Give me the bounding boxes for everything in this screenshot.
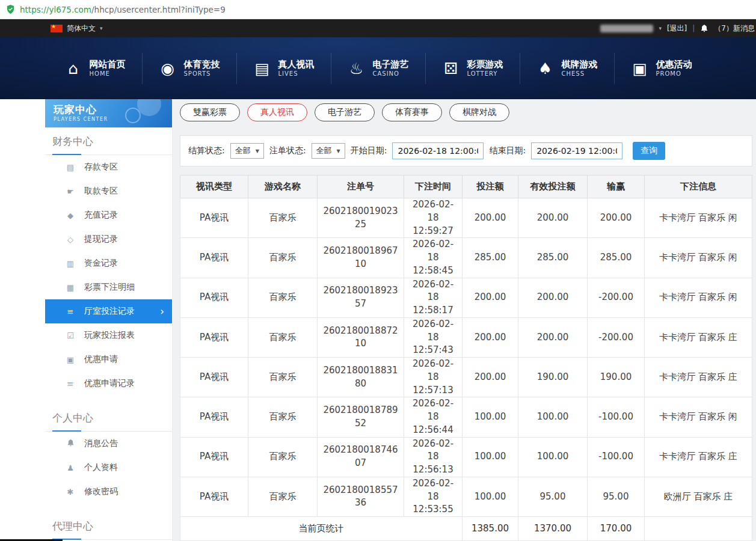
category-tabs: 雙赢彩票 真人视讯 电子游艺 体育赛事 棋牌对战 [180, 103, 752, 121]
sidebar-item-lottery-bet-detail[interactable]: ▦ 彩票下注明细 [45, 275, 172, 299]
sidebar-item-withdraw-record[interactable]: ◇ 提现记录 [45, 227, 172, 251]
cell-bet-id: 260218001902325 [318, 198, 404, 238]
shield-check-icon [6, 5, 15, 14]
sidebar-item-change-password[interactable]: ✱ 修改密码 [45, 480, 172, 504]
table-row: PA视讯 百家乐 260218001878952 2026-02-18 12:5… [180, 397, 752, 437]
sidebar-item-promo-apply-record[interactable]: ≡ 优惠申请记录 [45, 371, 172, 396]
query-button[interactable]: 查询 [633, 142, 665, 160]
nav-item-lives[interactable]: ▤ 真人视讯LIVES [237, 53, 331, 84]
table-row: PA视讯 百家乐 260218001855736 2026-02-18 12:5… [180, 477, 752, 516]
sidebar-item-player-bet-report[interactable]: ☑ 玩家投注报表 [45, 323, 172, 347]
tab-egames[interactable]: 电子游艺 [315, 103, 375, 121]
nav-item-sports[interactable]: ◉ 体育竞技SPORTS [143, 53, 237, 84]
sidebar-item-label: 优惠申请记录 [84, 378, 135, 389]
nav-item-home[interactable]: ⌂ 网站首页HOME [48, 53, 143, 84]
sidebar-item-label: 资金记录 [84, 258, 118, 269]
filter-bar: 结算状态: 全部 ▼ 注单状态: 全部 ▼ 开始日期: 结束日期: 查询 [180, 135, 752, 167]
nav-item-promo[interactable]: ▣ 优惠活动PROMO [615, 53, 708, 84]
sidebar-item-label: 个人资料 [84, 462, 118, 473]
cell-game-name: 百家乐 [248, 317, 318, 357]
start-date-input[interactable] [392, 142, 484, 159]
table-row: PA视讯 百家乐 260218001896710 2026-02-18 12:5… [180, 238, 752, 278]
cell-bet-amount: 200.00 [463, 278, 518, 317]
withdraw-record-icon: ◇ [66, 235, 75, 244]
username-blurred[interactable] [600, 25, 653, 32]
sidebar-item-messages[interactable]: 消息公告 [45, 432, 172, 456]
caret-down-icon[interactable]: ▾ [659, 25, 662, 31]
header-valid-amount: 有效投注额 [518, 176, 588, 198]
order-status-select[interactable]: 全部 ▼ [312, 143, 345, 159]
caret-down-icon: ▼ [337, 148, 340, 154]
nav-label-zh: 优惠活动 [656, 59, 692, 70]
cell-valid-amount: 200.00 [518, 317, 588, 357]
cell-winloss: -200.00 [588, 278, 645, 317]
table-row: PA视讯 百家乐 260218001902325 2026-02-18 12:5… [180, 198, 752, 238]
nav-label-zh: 网站首页 [90, 59, 126, 70]
sidebar-item-hall-bet-record[interactable]: ≡ 厅室投注记录 › [45, 299, 172, 323]
tab-lottery[interactable]: 雙赢彩票 [180, 103, 240, 121]
nav-item-chess[interactable]: ♠ 棋牌游戏CHESS [520, 53, 615, 84]
url-text[interactable]: https://yl675.com/hhcp/usercenter.html?i… [20, 5, 226, 14]
cell-bet-id: 260218001896710 [318, 238, 404, 278]
cell-bet-time: 2026-02-18 12:58:45 [404, 238, 463, 278]
cell-winloss: 200.00 [588, 198, 645, 238]
cell-bet-info: 卡卡湾厅 百家乐 闲 [645, 198, 752, 238]
cell-bet-amount: 200.00 [463, 198, 518, 238]
sidebar-section-personal: 个人中心 [45, 404, 172, 432]
section-label: 个人中心 [52, 412, 93, 424]
logout-button[interactable]: [退出] [667, 23, 687, 34]
sidebar: 玩家中心 PLAYERS CENTER 财务中心 ▤ 存款专区 ☛ 取款专区 ◆… [45, 99, 173, 541]
playing-cards-icon: ▤ [253, 60, 271, 78]
sidebar-item-funds-record[interactable]: ▥ 资金记录 [45, 251, 172, 275]
end-date-input[interactable] [531, 142, 622, 159]
lottery-bet-detail-icon: ▦ [66, 283, 75, 292]
browser-address-bar[interactable]: https://yl675.com/hhcp/usercenter.html?i… [0, 0, 756, 19]
language-selector[interactable]: ★ 简体中文 ▾ [51, 23, 103, 34]
cell-video-type: PA视讯 [180, 397, 248, 437]
nav-item-casino[interactable]: ♨ 电子游艺CASINO [331, 53, 426, 84]
messages-link[interactable]: （7）新消息 [714, 23, 755, 34]
cell-video-type: PA视讯 [180, 278, 248, 317]
order-status-value: 全部 [316, 145, 332, 156]
cell-bet-info: 卡卡湾厅 百家乐 庄 [645, 437, 752, 477]
announcement-bell-icon [66, 439, 75, 448]
nav-label-zh: 电子游艺 [373, 59, 409, 70]
sidebar-item-recharge-record[interactable]: ◆ 充值记录 [45, 203, 172, 227]
bet-records-table: 视讯类型 游戏名称 注单号 下注时间 投注额 有效投注额 输赢 下注信息 PA视 [180, 175, 752, 541]
tab-live-video[interactable]: 真人视讯 [247, 103, 307, 121]
cell-bet-info: 卡卡湾厅 百家乐 庄 [645, 317, 752, 357]
cell-bet-time: 2026-02-18 12:57:43 [404, 317, 463, 357]
cell-bet-time: 2026-02-18 12:57:13 [404, 358, 463, 397]
nav-item-lottery[interactable]: ⚄ 彩票游戏LOTTERY [426, 53, 520, 84]
tab-sports[interactable]: 体育赛事 [382, 103, 442, 121]
promo-apply-icon: ▣ [66, 355, 75, 364]
nav-label-zh: 彩票游戏 [467, 59, 503, 70]
hall-bet-record-icon: ≡ [66, 307, 75, 316]
url-path-part: /hhcp/usercenter.html?iniType=9 [91, 5, 226, 14]
cell-game-name: 百家乐 [248, 198, 318, 238]
bell-icon[interactable] [700, 24, 708, 32]
sports-ball-icon: ◉ [159, 60, 177, 78]
cell-bet-id: 260218001883180 [318, 358, 404, 397]
sidebar-item-promo-apply[interactable]: ▣ 优惠申请 [45, 347, 172, 371]
cell-bet-time: 2026-02-18 12:56:13 [404, 437, 463, 477]
settle-status-select[interactable]: 全部 ▼ [230, 143, 264, 159]
cell-bet-id: 260218001874607 [318, 437, 404, 477]
profile-icon: ♟ [66, 463, 75, 472]
sidebar-item-withdraw-area[interactable]: ☛ 取款专区 [45, 179, 172, 203]
cell-video-type: PA视讯 [180, 238, 248, 278]
sidebar-item-deposit-area[interactable]: ▤ 存款专区 [45, 155, 172, 179]
casino-lamp-icon: ♨ [348, 60, 366, 78]
sidebar-item-profile[interactable]: ♟ 个人资料 [45, 456, 172, 480]
tab-chess[interactable]: 棋牌对战 [449, 103, 509, 121]
cell-bet-info: 卡卡湾厅 百家乐 闲 [645, 238, 752, 278]
header-bet-time: 下注时间 [404, 176, 463, 198]
sidebar-section-agent: 代理中心 [45, 512, 172, 540]
page-body: 玩家中心 PLAYERS CENTER 财务中心 ▤ 存款专区 ☛ 取款专区 ◆… [0, 99, 756, 541]
home-icon: ⌂ [64, 60, 82, 78]
settle-status-value: 全部 [235, 145, 251, 156]
table-row: PA视讯 百家乐 260218001887210 2026-02-18 12:5… [180, 317, 752, 357]
nav-label-en: SPORTS [184, 70, 220, 78]
cell-winloss: -100.00 [588, 397, 645, 437]
cell-bet-amount: 285.00 [463, 238, 518, 278]
